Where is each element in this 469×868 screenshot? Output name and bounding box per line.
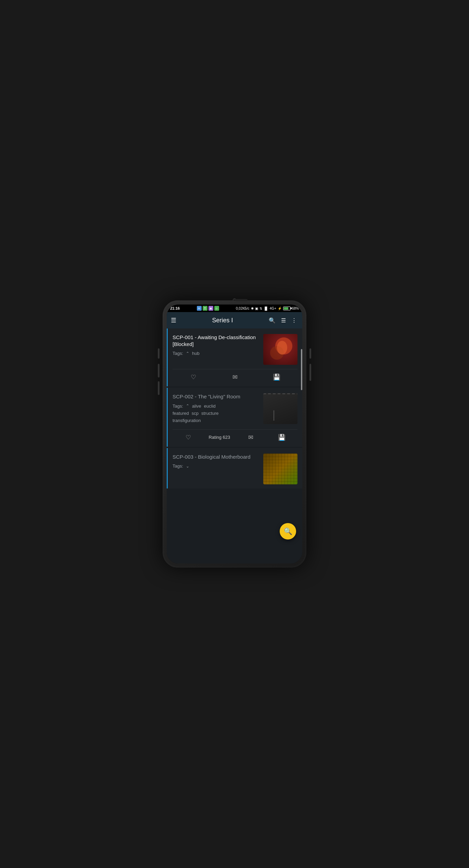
like-button-scp002[interactable]: ♡	[173, 432, 204, 443]
card-actions-scp001: ♡ ✉ 💾	[173, 369, 297, 382]
card-text-scp001: SCP-001 - Awaiting De-classification [Bl…	[173, 334, 260, 365]
app-bar-actions: 🔍 ☰ ⋮	[267, 316, 298, 325]
tag-transfiguration: transfiguration	[173, 418, 201, 423]
battery-indicator	[283, 307, 291, 310]
data-direction-icon: ⇅	[259, 307, 262, 310]
card-title-scp001: SCP-001 - Awaiting De-classification [Bl…	[173, 334, 260, 347]
tag-scp: scp	[192, 411, 199, 416]
search-fab[interactable]: 🔍	[280, 523, 296, 540]
tags-label-scp002: Tags:	[173, 404, 183, 409]
bluetooth-icon: ✱	[251, 307, 254, 310]
email-button-scp002[interactable]: ✉	[235, 432, 266, 443]
card-text-scp002: SCP-002 - The "Living" Room Tags: ⌃ aliv…	[173, 393, 260, 425]
thumb-image-scp003	[263, 454, 297, 484]
card-scp003: SCP-003 - Biological Motherboard Tags: ⌄	[167, 448, 302, 488]
tags-toggle-scp001[interactable]: ⌃	[186, 351, 189, 356]
speaker	[234, 299, 248, 301]
rating-label-scp002: Rating 623	[204, 433, 235, 441]
thumb-scp003	[263, 454, 297, 484]
tags-row-scp001: Tags: ⌃ hub	[173, 351, 260, 356]
status-app-icons: Ψ ☰ ▣ ☺	[197, 306, 219, 311]
card-scp002: SCP-002 - The "Living" Room Tags: ⌃ aliv…	[167, 388, 302, 447]
app-icon-4: ☺	[214, 306, 219, 311]
tags-row-scp003: Tags: ⌄	[173, 463, 260, 469]
tags-label-scp001: Tags:	[173, 351, 183, 356]
battery-level	[284, 307, 288, 310]
status-battery: 68%	[292, 307, 299, 310]
app-bar: ☰ Series I 🔍 ☰ ⋮	[167, 312, 302, 328]
phone-frame: 21:16 Ψ ☰ ▣ ☺ 0,02КБ/с ✱ ▣ ⇅ ▐▌ 4G+ ⚡ 68…	[163, 300, 306, 568]
hamburger-icon[interactable]: ☰	[171, 317, 176, 324]
volume-button-right	[309, 364, 311, 381]
more-options-icon[interactable]: ⋮	[290, 316, 298, 325]
like-button-scp001[interactable]: ♡	[173, 372, 214, 382]
phone-screen: 21:16 Ψ ☰ ▣ ☺ 0,02КБ/с ✱ ▣ ⇅ ▐▌ 4G+ ⚡ 68…	[167, 305, 302, 563]
app-icon-3: ▣	[208, 306, 213, 311]
app-title: Series I	[181, 317, 264, 324]
status-network-speed: 0,02КБ/с	[236, 307, 250, 310]
save-button-scp002[interactable]: 💾	[266, 432, 297, 443]
tag-featured: featured	[173, 411, 189, 416]
status-time: 21:16	[170, 306, 180, 310]
thumb-scp002	[263, 393, 297, 424]
save-button-scp001[interactable]: 💾	[256, 372, 297, 382]
tags-toggle-scp002[interactable]: ⌃	[186, 404, 189, 408]
fab-search-icon: 🔍	[284, 527, 292, 535]
tags-toggle-scp003[interactable]: ⌄	[186, 464, 189, 469]
volume-up-button	[158, 348, 160, 359]
card-text-scp003: SCP-003 - Biological Motherboard Tags: ⌄	[173, 454, 260, 484]
rating-text-scp002: Rating 623	[208, 435, 230, 440]
charging-icon: ⚡	[278, 307, 282, 310]
content-area[interactable]: SCP-001 - Awaiting De-classification [Bl…	[167, 328, 302, 563]
tags-row2-scp002: featured scp structure	[173, 411, 260, 416]
thumb-scp001	[263, 334, 297, 365]
email-button-scp001[interactable]: ✉	[214, 372, 256, 382]
extra-button	[158, 381, 160, 395]
tags-label-scp003: Tags:	[173, 463, 183, 469]
sort-icon[interactable]: ☰	[280, 316, 287, 325]
volume-down-button	[158, 364, 160, 377]
card-inner-scp001: SCP-001 - Awaiting De-classification [Bl…	[173, 334, 297, 365]
status-signal: 4G+	[270, 307, 276, 310]
card-actions-scp002: ♡ Rating 623 ✉ 💾	[173, 429, 297, 443]
thumb-image-scp002	[263, 393, 297, 424]
scroll-indicator	[301, 349, 302, 390]
status-bar: 21:16 Ψ ☰ ▣ ☺ 0,02КБ/с ✱ ▣ ⇅ ▐▌ 4G+ ⚡ 68…	[167, 305, 302, 312]
thumb-image-scp001	[263, 334, 297, 365]
search-icon[interactable]: 🔍	[267, 316, 277, 325]
tag-alive: alive	[192, 404, 201, 409]
tag-euclid: euclid	[204, 404, 216, 409]
app-icon-1: Ψ	[197, 306, 202, 311]
signal-bars-icon: ▐▌	[264, 307, 268, 310]
status-right: 0,02КБ/с ✱ ▣ ⇅ ▐▌ 4G+ ⚡ 68%	[236, 307, 299, 310]
tags-row-scp002: Tags: ⌃ alive euclid	[173, 404, 260, 409]
card-scp001: SCP-001 - Awaiting De-classification [Bl…	[167, 328, 302, 386]
card-inner-scp002: SCP-002 - The "Living" Room Tags: ⌃ aliv…	[173, 393, 297, 425]
tag-hub: hub	[192, 351, 200, 356]
card-inner-scp003: SCP-003 - Biological Motherboard Tags: ⌄	[173, 454, 297, 484]
card-title-scp002: SCP-002 - The "Living" Room	[173, 393, 260, 400]
tags-row3-scp002: transfiguration	[173, 418, 260, 423]
signal-icon: ▣	[255, 307, 258, 310]
tag-structure: structure	[201, 411, 219, 416]
power-button	[309, 348, 311, 359]
card-title-scp003: SCP-003 - Biological Motherboard	[173, 454, 260, 460]
app-icon-2: ☰	[203, 306, 207, 311]
